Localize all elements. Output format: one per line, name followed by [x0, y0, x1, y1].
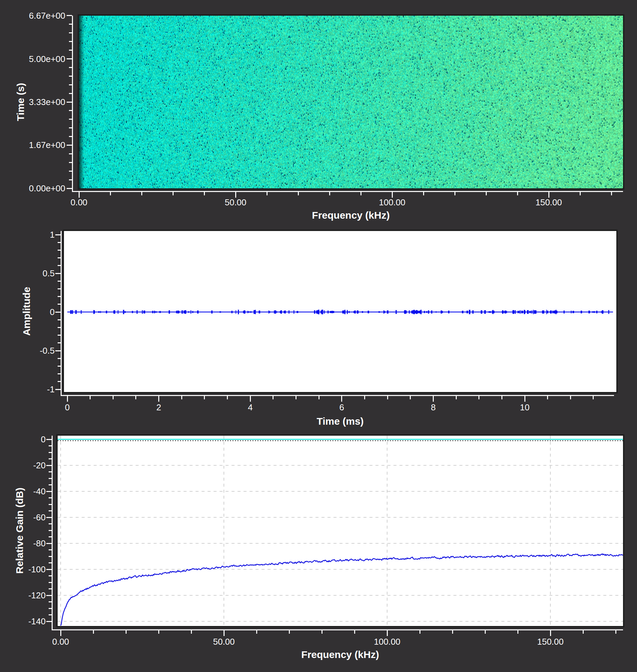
y-minor-tick — [49, 504, 52, 505]
x-tick-label: 150.00 — [537, 637, 564, 647]
y-minor-tick — [69, 67, 72, 68]
y-minor-tick — [69, 50, 72, 51]
y-minor-tick — [69, 32, 72, 33]
x-major-tick — [223, 630, 224, 636]
x-major-tick — [79, 192, 79, 198]
x-tick-label: 150.00 — [535, 197, 562, 208]
x-minor-tick — [172, 192, 174, 195]
y-minor-tick — [49, 536, 52, 537]
x-minor-tick — [256, 630, 257, 634]
x-major-tick — [548, 192, 549, 198]
y-minor-tick — [49, 458, 52, 459]
x-tick-label: 0 — [65, 402, 70, 413]
y-tick-label: -120 — [28, 590, 46, 601]
y-tick-label: -60 — [33, 512, 46, 523]
x-minor-tick — [456, 396, 457, 399]
y-tick-label: 0 — [41, 434, 46, 445]
spectrogram-heatmap[interactable] — [78, 14, 624, 190]
x-tick-label: 6 — [340, 402, 344, 413]
y-tick-label: -20 — [33, 460, 46, 471]
x-minor-tick — [227, 396, 228, 399]
y-minor-tick — [49, 608, 52, 609]
y-minor-tick — [58, 265, 61, 266]
y-axis-spine — [61, 231, 62, 396]
x-major-tick — [341, 396, 342, 402]
y-axis-spine — [52, 436, 53, 630]
y-tick-label: -0.5 — [40, 346, 55, 356]
y-minor-tick — [49, 614, 52, 615]
y-major-tick — [67, 145, 72, 146]
y-minor-tick — [49, 452, 52, 453]
x-minor-tick — [141, 192, 142, 195]
frequency-response-plot[interactable] — [56, 434, 624, 627]
x-minor-tick — [295, 396, 296, 399]
y-minor-tick — [69, 127, 72, 128]
y-tick-label: -140 — [28, 616, 46, 627]
frequency-response-x-axis-title: Frequency (kHz) — [301, 649, 379, 660]
y-minor-tick — [69, 110, 72, 111]
y-major-tick — [46, 569, 52, 570]
y-minor-tick — [69, 179, 72, 180]
y-minor-tick — [58, 381, 61, 382]
y-minor-tick — [58, 327, 61, 328]
x-minor-tick — [502, 396, 503, 399]
x-minor-tick — [181, 396, 182, 399]
waveform-plot[interactable] — [62, 230, 618, 393]
x-tick-label: 4 — [248, 402, 253, 413]
x-major-tick — [387, 630, 388, 636]
x-minor-tick — [361, 192, 362, 195]
y-minor-tick — [49, 562, 52, 563]
x-minor-tick — [611, 192, 612, 195]
x-minor-tick — [135, 396, 136, 399]
x-minor-tick — [298, 192, 299, 195]
x-minor-tick — [318, 396, 320, 399]
y-major-tick — [55, 273, 61, 274]
waveform-x-axis-title: Time (ms) — [316, 415, 363, 427]
y-minor-tick — [69, 41, 72, 42]
y-minor-tick — [58, 304, 61, 305]
y-minor-tick — [69, 119, 72, 120]
x-major-tick — [235, 192, 236, 198]
x-minor-tick — [273, 396, 274, 399]
y-tick-label: -40 — [33, 486, 46, 497]
x-axis-spine — [52, 629, 623, 630]
x-tick-label: 0.00 — [52, 637, 69, 647]
x-major-tick — [550, 630, 551, 636]
x-tick-label: 50.00 — [213, 637, 235, 647]
x-major-tick — [158, 396, 159, 402]
y-minor-tick — [49, 478, 52, 479]
y-major-tick — [46, 439, 52, 440]
x-major-tick — [524, 396, 525, 402]
x-minor-tick — [517, 630, 518, 634]
y-major-tick — [67, 102, 72, 103]
y-minor-tick — [69, 84, 72, 85]
y-minor-tick — [49, 471, 52, 472]
y-minor-tick — [58, 342, 61, 343]
y-minor-tick — [69, 153, 72, 154]
x-minor-tick — [364, 396, 365, 399]
x-minor-tick — [580, 192, 581, 195]
y-tick-label: 5.00e+00 — [29, 54, 65, 64]
x-minor-tick — [387, 396, 388, 399]
x-minor-tick — [204, 192, 205, 195]
y-major-tick — [67, 188, 72, 189]
frequency-response-y-axis-title: Relative Gain (dB) — [14, 488, 25, 574]
y-minor-tick — [49, 549, 52, 550]
x-tick-label: 100.00 — [379, 197, 405, 208]
x-minor-tick — [204, 396, 205, 399]
y-tick-label: 0.5 — [43, 268, 55, 279]
spectrogram-x-axis-title: Frequency (kHz) — [312, 210, 389, 221]
y-tick-label: 0 — [50, 307, 55, 317]
x-tick-label: 100.00 — [374, 637, 400, 647]
y-minor-tick — [49, 575, 52, 576]
signal-analysis-dashboard: Time (s) Frequency (kHz) 0.0050.00100.00… — [0, 0, 637, 672]
y-minor-tick — [69, 136, 72, 137]
y-minor-tick — [49, 556, 52, 557]
y-tick-label: 1 — [50, 230, 55, 240]
y-minor-tick — [49, 601, 52, 602]
x-minor-tick — [486, 192, 487, 195]
x-minor-tick — [289, 630, 290, 634]
y-minor-tick — [58, 335, 61, 336]
y-tick-label: 3.33e+00 — [29, 97, 65, 107]
y-major-tick — [46, 517, 52, 518]
